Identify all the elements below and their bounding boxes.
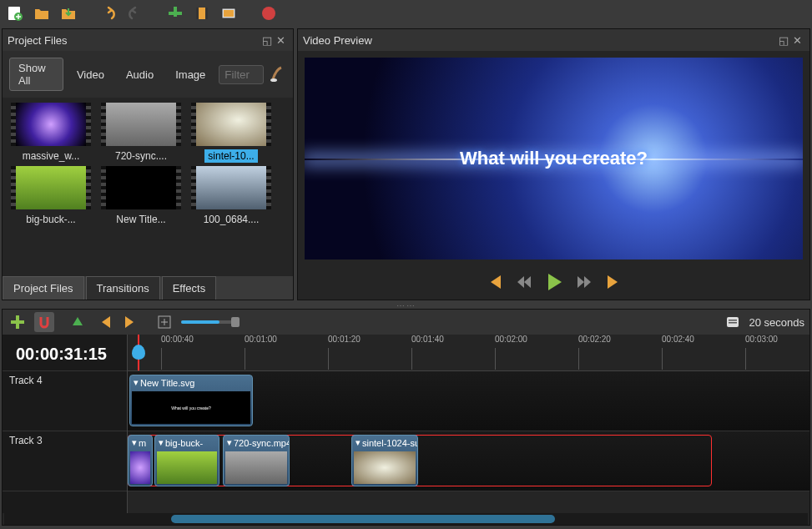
center-playhead-icon[interactable]: [154, 312, 174, 332]
ruler-tick: 00:00:40: [161, 335, 245, 344]
timeline-toolbar: 20 seconds: [3, 310, 809, 335]
timeline-track[interactable]: ▾ m▾ big-buck-▾ 720-sync.mp4▾ sintel-102…: [128, 431, 809, 491]
ruler-tick: 00:02:40: [662, 335, 745, 344]
ruler-tick: 00:02:20: [578, 335, 662, 344]
project-file-item[interactable]: New Title...: [98, 166, 184, 226]
ruler-tick: 00:01:00: [245, 335, 328, 344]
clip-title: ▾ 720-sync.mp4: [224, 436, 289, 450]
snap-icon[interactable]: [34, 312, 54, 332]
filter-video[interactable]: Video: [68, 65, 113, 84]
clip-title: ▾ big-buck-: [155, 436, 219, 450]
detach-icon[interactable]: ◱: [262, 34, 274, 46]
import-icon[interactable]: [165, 3, 185, 23]
close-icon[interactable]: ✕: [793, 34, 804, 46]
video-preview[interactable]: What will you create?: [305, 58, 803, 259]
svg-rect-16: [729, 322, 737, 324]
clip-title: ▾ sintel-1024-surround.mp4: [352, 436, 417, 450]
zoom-slider[interactable]: [181, 320, 240, 324]
svg-point-10: [270, 78, 277, 82]
file-label: massive_w...: [19, 149, 83, 163]
svg-point-9: [262, 7, 275, 20]
timeline-clip[interactable]: ▾ m: [128, 435, 153, 486]
timeline-clip[interactable]: ▾ sintel-1024-surround.mp4: [351, 435, 418, 486]
file-label: 100_0684....: [200, 213, 263, 226]
file-label: sintel-10...: [204, 149, 257, 163]
ruler-tick: 00:03:00: [745, 335, 809, 344]
track-header[interactable]: Track 4: [3, 371, 127, 431]
clear-filter-icon[interactable]: [269, 64, 286, 84]
prev-marker-icon[interactable]: [94, 312, 114, 332]
timeline-panel: 20 seconds 00:00:31:15 Track 4 Track 3 0…: [2, 309, 810, 526]
panel-title-text: Project Files: [8, 34, 68, 47]
track-name: Track 3: [9, 435, 43, 446]
next-marker-icon[interactable]: [121, 312, 141, 332]
timeline-clip[interactable]: ▾ New Title.svgWhat will you create?: [129, 375, 253, 426]
tab-project-files[interactable]: Project Files: [3, 276, 84, 300]
filter-input[interactable]: [219, 65, 264, 84]
video-preview-panel: Video Preview ◱ ✕ What will you create?: [297, 28, 810, 300]
tab-transitions[interactable]: Transitions: [86, 276, 160, 300]
playhead[interactable]: [138, 335, 139, 370]
redo-icon[interactable]: [125, 3, 145, 23]
new-project-icon[interactable]: [5, 3, 25, 23]
detach-icon[interactable]: ◱: [779, 34, 790, 46]
project-file-item[interactable]: 100_0684....: [188, 166, 275, 226]
timeline-clip[interactable]: ▾ big-buck-: [154, 435, 219, 486]
track-name: Track 4: [9, 375, 43, 386]
project-file-item[interactable]: 720-sync....: [98, 103, 184, 163]
preview-overlay-text: What will you create?: [460, 148, 648, 169]
export-icon[interactable]: [259, 3, 279, 23]
save-project-icon[interactable]: [58, 3, 78, 23]
rewind-icon[interactable]: [516, 276, 532, 290]
fast-forward-icon[interactable]: [576, 276, 593, 290]
zoom-label: 20 seconds: [749, 316, 805, 329]
main-toolbar: [0, 0, 812, 27]
filmstrip-icon[interactable]: [192, 3, 212, 23]
svg-rect-6: [205, 8, 208, 19]
panel-title-text: Video Preview: [303, 34, 372, 47]
filter-row: Show All Video Audio Image: [3, 51, 293, 98]
project-file-item[interactable]: massive_w...: [8, 103, 94, 163]
clip-title: ▾ m: [129, 436, 152, 450]
file-label: 720-sync....: [112, 149, 170, 163]
svg-rect-15: [729, 320, 737, 321]
svg-rect-12: [11, 320, 24, 324]
jump-end-icon[interactable]: [606, 275, 623, 291]
timeline-ruler[interactable]: 00:00:4000:01:0000:01:2000:01:4000:02:00…: [128, 335, 809, 371]
video-preview-titlebar: Video Preview ◱ ✕: [298, 29, 809, 51]
close-icon[interactable]: ✕: [276, 34, 288, 46]
ruler-tick: 00:01:40: [411, 335, 495, 344]
timeline-track[interactable]: ▾ New Title.svgWhat will you create?: [128, 371, 809, 431]
svg-rect-3: [169, 12, 182, 15]
project-files-titlebar: Project Files ◱ ✕: [3, 29, 293, 51]
left-panel-tabs: Project Files Transitions Effects: [3, 276, 293, 300]
svg-rect-8: [224, 10, 234, 17]
timecode: 00:00:31:15: [9, 338, 120, 370]
track-header[interactable]: Track 3: [3, 431, 127, 491]
filter-image[interactable]: Image: [167, 65, 214, 84]
ruler-tick: 00:02:00: [495, 335, 578, 344]
fullscreen-icon[interactable]: [219, 3, 239, 23]
filter-show-all[interactable]: Show All: [9, 58, 63, 91]
marker-icon[interactable]: [68, 312, 88, 332]
project-file-item[interactable]: big-buck-...: [8, 166, 94, 226]
open-project-icon[interactable]: [32, 3, 52, 23]
undo-icon[interactable]: [98, 3, 119, 23]
timeline-scrollbar[interactable]: [4, 513, 808, 525]
project-files-grid: massive_w...720-sync....sintel-10...big-…: [3, 98, 293, 231]
playback-controls: [298, 266, 809, 300]
file-label: New Title...: [113, 213, 169, 226]
jump-start-icon[interactable]: [486, 275, 502, 291]
add-track-icon[interactable]: [8, 312, 28, 332]
clip-title: ▾ New Title.svg: [130, 375, 252, 390]
horizontal-splitter[interactable]: [0, 302, 812, 309]
tab-effects[interactable]: Effects: [162, 276, 217, 300]
filter-audio[interactable]: Audio: [118, 65, 162, 84]
project-files-panel: Project Files ◱ ✕ Show All Video Audio I…: [2, 28, 294, 300]
svg-rect-5: [196, 8, 199, 19]
zoom-menu-icon[interactable]: [723, 312, 743, 332]
project-file-item[interactable]: sintel-10...: [188, 103, 275, 163]
play-icon[interactable]: [546, 274, 562, 293]
timeline-clip[interactable]: ▾ 720-sync.mp4: [223, 435, 290, 486]
ruler-tick: 00:01:20: [328, 335, 411, 344]
